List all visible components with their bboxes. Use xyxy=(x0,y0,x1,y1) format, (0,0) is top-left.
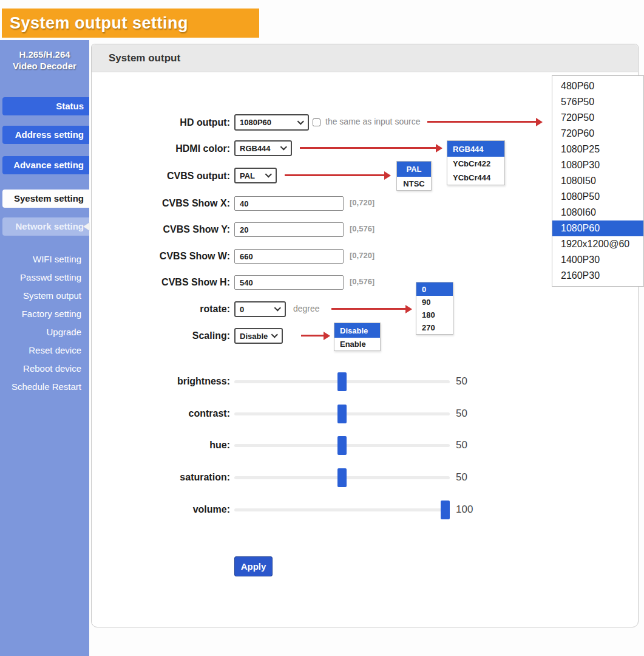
cvbs-output-annotation-arrow xyxy=(285,174,385,176)
resolution-option[interactable]: 1080P30 xyxy=(552,157,643,173)
scaling-option-selected[interactable]: Disable xyxy=(334,323,380,338)
hdmi-color-label: HDMI color: xyxy=(109,142,230,155)
cvbs-show-w-label: CVBS Show W: xyxy=(109,250,230,263)
brand-line2: Video Decoder xyxy=(0,60,89,72)
resolution-option[interactable]: 576P50 xyxy=(552,94,643,110)
cvbs-show-y-range: [0,576] xyxy=(350,224,375,233)
page-title: System output setting xyxy=(2,9,259,38)
rotate-options-popup: 0 90 180 270 xyxy=(416,282,453,335)
cvbs-output-select[interactable]: PAL xyxy=(234,168,277,183)
hd-output-select[interactable]: 1080P60 xyxy=(234,114,309,131)
rotate-option[interactable]: 90 xyxy=(416,296,453,309)
chevron-down-icon xyxy=(297,118,304,125)
hd-output-label: HD output: xyxy=(109,116,230,129)
chevron-down-icon xyxy=(280,143,287,150)
scaling-option[interactable]: Enable xyxy=(334,338,380,350)
saturation-label: saturation: xyxy=(109,471,230,484)
contrast-label: contrast: xyxy=(109,407,230,420)
sidebar-item-system-setting[interactable]: Syestem setting xyxy=(2,190,89,208)
volume-slider-thumb[interactable] xyxy=(441,501,450,519)
rotate-option[interactable]: 180 xyxy=(416,309,453,321)
resolution-option[interactable]: 1080I60 xyxy=(552,205,643,220)
cvbs-show-h-label: CVBS Show H: xyxy=(109,276,230,289)
scaling-options-popup: Disable Enable xyxy=(334,323,381,351)
scaling-label: Scaling: xyxy=(109,329,230,343)
volume-slider-track[interactable] xyxy=(234,508,450,511)
resolution-option-selected[interactable]: 1080P60 xyxy=(552,220,643,236)
page: System output setting H.265/H.264 Video … xyxy=(0,0,644,656)
cvbs-show-y-input[interactable] xyxy=(234,222,344,237)
chevron-down-icon xyxy=(265,171,272,177)
scaling-value: Disable xyxy=(240,332,268,341)
cvbs-option-selected[interactable]: PAL xyxy=(397,162,431,177)
same-as-input-label: the same as input source xyxy=(325,117,420,126)
rotate-label: rotate: xyxy=(109,302,230,316)
hdmi-option[interactable]: YCbCr422 xyxy=(447,157,504,171)
hdmi-option-selected[interactable]: RGB444 xyxy=(447,141,504,157)
cvbs-output-label: CVBS output: xyxy=(109,169,230,183)
sidebar-link-passwd-setting[interactable]: Passwd setting xyxy=(0,272,89,284)
cvbs-output-value: PAL xyxy=(240,171,255,180)
hd-output-annotation-arrow xyxy=(427,121,537,123)
cvbs-show-x-label: CVBS Show X: xyxy=(109,197,230,210)
scaling-select[interactable]: Disable xyxy=(234,328,283,344)
rotate-unit: degree xyxy=(293,304,320,313)
sidebar-item-status[interactable]: Status xyxy=(2,97,89,115)
hdmi-color-annotation-arrow xyxy=(300,147,436,149)
resolution-option[interactable]: 720P50 xyxy=(552,110,643,126)
hdmi-color-value: RGB444 xyxy=(240,144,271,153)
chevron-down-icon xyxy=(274,304,281,311)
apply-button[interactable]: Apply xyxy=(234,556,273,576)
brightness-label: brightness: xyxy=(109,375,230,388)
brightness-slider-thumb[interactable] xyxy=(337,372,347,391)
same-as-input-checkbox[interactable] xyxy=(313,118,320,126)
rotate-option[interactable]: 270 xyxy=(416,321,453,334)
sidebar-link-schedule-restart[interactable]: Schedule Restart xyxy=(0,381,89,393)
brightness-value: 50 xyxy=(456,375,467,388)
cvbs-output-options-popup: PAL NTSC xyxy=(396,161,432,191)
hue-slider-thumb[interactable] xyxy=(337,436,347,455)
cvbs-show-h-range: [0,576] xyxy=(350,277,375,286)
volume-label: volume: xyxy=(109,503,230,516)
hdmi-color-options-popup: RGB444 YCbCr422 YCbCr444 xyxy=(447,140,505,185)
resolution-option[interactable]: 480P60 xyxy=(552,78,643,94)
saturation-value: 50 xyxy=(456,471,467,483)
sidebar-item-address-setting[interactable]: Address setting xyxy=(2,126,89,144)
saturation-slider-thumb[interactable] xyxy=(337,468,347,487)
resolution-option[interactable]: 720P60 xyxy=(552,126,643,142)
sidebar-link-upgrade[interactable]: Upgrade xyxy=(0,326,89,338)
sidebar-item-advance-setting[interactable]: Advance setting xyxy=(2,156,89,174)
hue-label: hue: xyxy=(109,439,230,452)
cvbs-show-w-input[interactable] xyxy=(234,249,344,264)
hd-output-value: 1080P60 xyxy=(240,118,271,127)
resolution-option[interactable]: 2160P30 xyxy=(552,268,643,284)
sidebar-link-wifi-setting[interactable]: WIFI setting xyxy=(0,253,89,265)
sidebar-link-factory-setting[interactable]: Factory setting xyxy=(0,308,89,320)
sidebar-link-system-output[interactable]: System output xyxy=(0,290,89,302)
hdmi-option[interactable]: YCbCr444 xyxy=(447,171,504,185)
rotate-value: 0 xyxy=(240,305,244,314)
sidebar-item-network-setting-label: Network setting xyxy=(15,221,84,231)
hue-value: 50 xyxy=(456,439,467,451)
sidebar-link-reboot-device[interactable]: Reboot device xyxy=(0,363,89,375)
resolution-option[interactable]: 1920x1200@60 xyxy=(552,236,643,252)
rotate-select[interactable]: 0 xyxy=(234,301,286,317)
sidebar-item-network-setting[interactable]: Network setting xyxy=(2,217,89,236)
brand-line1: H.265/H.264 xyxy=(0,49,89,60)
resolution-option[interactable]: 1400P30 xyxy=(552,252,643,268)
cursor-pointer-icon xyxy=(83,222,90,231)
cvbs-show-y-label: CVBS Show Y: xyxy=(109,223,230,236)
rotate-option-selected[interactable]: 0 xyxy=(416,282,453,296)
resolution-option[interactable]: 1080P25 xyxy=(552,142,643,157)
cvbs-show-h-input[interactable] xyxy=(234,275,344,290)
cvbs-show-x-range: [0,720] xyxy=(350,198,375,207)
volume-value: 100 xyxy=(456,504,473,516)
rotate-annotation-arrow xyxy=(331,308,406,310)
resolution-option[interactable]: 1080I50 xyxy=(552,173,643,189)
resolution-option[interactable]: 1080P50 xyxy=(552,189,643,205)
contrast-slider-thumb[interactable] xyxy=(337,405,347,423)
cvbs-option[interactable]: NTSC xyxy=(397,177,431,190)
cvbs-show-x-input[interactable] xyxy=(234,196,344,211)
hdmi-color-select[interactable]: RGB444 xyxy=(234,140,292,156)
sidebar-link-reset-device[interactable]: Reset device xyxy=(0,344,89,357)
